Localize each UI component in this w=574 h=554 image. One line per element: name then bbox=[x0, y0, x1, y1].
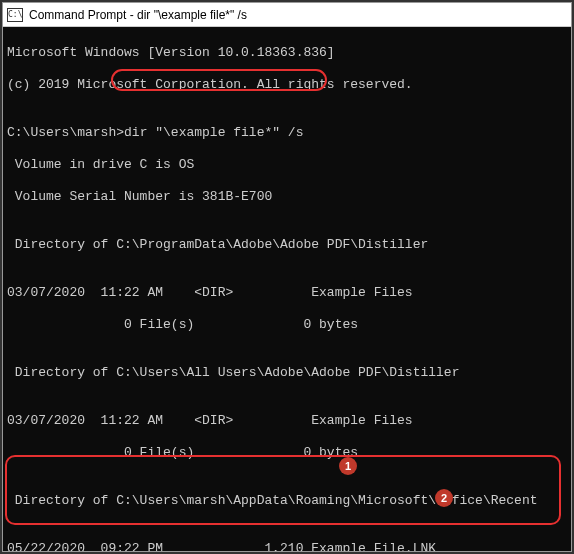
prompt-path: C:\Users\marsh> bbox=[7, 125, 124, 140]
cmd-icon: C:\ bbox=[7, 8, 23, 22]
output-line: Directory of C:\ProgramData\Adobe\Adobe … bbox=[7, 237, 567, 253]
output-line: 0 File(s) 0 bytes bbox=[7, 445, 567, 461]
output-line: 05/22/2020 09:22 PM 1,210 Example File.L… bbox=[7, 541, 567, 551]
annotation-result-highlight bbox=[5, 455, 561, 525]
output-line: Volume in drive C is OS bbox=[7, 157, 567, 173]
output-line: Volume Serial Number is 381B-E700 bbox=[7, 189, 567, 205]
terminal-output[interactable]: Microsoft Windows [Version 10.0.18363.83… bbox=[3, 27, 571, 551]
output-line: Directory of C:\Users\marsh\AppData\Roam… bbox=[7, 493, 567, 509]
output-line: (c) 2019 Microsoft Corporation. All righ… bbox=[7, 77, 567, 93]
command-prompt-window: C:\ Command Prompt - dir "\example file*… bbox=[2, 2, 572, 552]
output-line: 0 File(s) 0 bytes bbox=[7, 317, 567, 333]
entered-command: dir "\example file*" /s bbox=[124, 125, 303, 140]
output-line: Microsoft Windows [Version 10.0.18363.83… bbox=[7, 45, 567, 61]
prompt-line: C:\Users\marsh>dir "\example file*" /s bbox=[7, 125, 567, 141]
output-line: 03/07/2020 11:22 AM <DIR> Example Files bbox=[7, 285, 567, 301]
output-line: Directory of C:\Users\All Users\Adobe\Ad… bbox=[7, 365, 567, 381]
titlebar[interactable]: C:\ Command Prompt - dir "\example file*… bbox=[3, 3, 571, 27]
output-line: 03/07/2020 11:22 AM <DIR> Example Files bbox=[7, 413, 567, 429]
window-title: Command Prompt - dir "\example file*" /s bbox=[29, 8, 247, 22]
